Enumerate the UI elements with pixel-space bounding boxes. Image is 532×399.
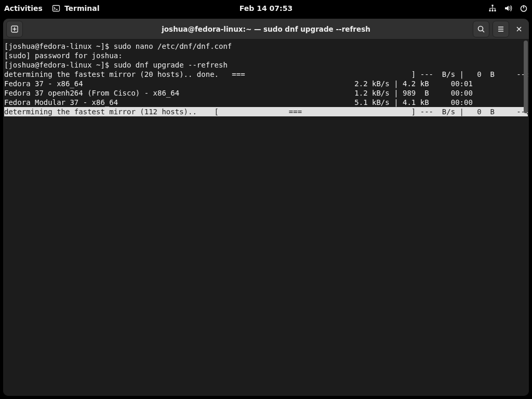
search-button[interactable] — [473, 21, 489, 37]
topbar-clock[interactable]: Feb 14 07:53 — [240, 4, 292, 12]
svg-line-9 — [483, 30, 485, 32]
scrollbar-thumb[interactable] — [524, 41, 528, 113]
svg-rect-1 — [492, 5, 494, 6]
terminal-line: Fedora Modular 37 - x86_64 5.1 kB/s | 4.… — [4, 98, 490, 107]
terminal-line: Fedora 37 - x86_64 2.2 kB/s | 4.2 kB 00:… — [4, 79, 490, 88]
terminal-scrollbar[interactable] — [523, 39, 529, 396]
window-title: joshua@fedora-linux:~ — sudo dnf upgrade… — [162, 25, 370, 33]
volume-icon[interactable] — [504, 4, 512, 12]
svg-rect-4 — [495, 10, 496, 11]
close-icon — [515, 25, 523, 33]
hamburger-icon — [497, 25, 505, 33]
svg-rect-0 — [52, 6, 59, 11]
terminal-content[interactable]: [joshua@fedora-linux ~]$ sudo nano /etc/… — [3, 39, 529, 396]
terminal-line: determining the fastest mirror (20 hosts… — [4, 70, 529, 78]
network-icon[interactable] — [488, 4, 497, 12]
close-button[interactable] — [512, 22, 526, 36]
terminal-window: joshua@fedora-linux:~ — sudo dnf upgrade… — [3, 19, 529, 396]
svg-rect-2 — [489, 10, 491, 11]
svg-rect-3 — [492, 10, 494, 11]
terminal-line: [joshua@fedora-linux ~]$ sudo nano /etc/… — [4, 42, 232, 50]
terminal-line: Fedora 37 openh264 (From Cisco) - x86_64… — [4, 89, 490, 97]
topbar-app-menu[interactable]: Terminal — [52, 4, 100, 12]
terminal-line-active: determining the fastest mirror (112 host… — [4, 107, 528, 116]
gnome-topbar: Activities Terminal Feb 14 07:53 — [0, 0, 532, 17]
new-tab-button[interactable] — [6, 21, 23, 37]
window-headerbar: joshua@fedora-linux:~ — sudo dnf upgrade… — [3, 19, 529, 39]
svg-point-8 — [478, 26, 483, 31]
power-icon[interactable] — [520, 4, 528, 12]
search-icon — [477, 25, 485, 33]
terminal-line: [joshua@fedora-linux ~]$ sudo dnf upgrad… — [4, 61, 228, 69]
hamburger-menu-button[interactable] — [493, 21, 509, 37]
plus-icon — [10, 25, 19, 33]
activities-button[interactable]: Activities — [4, 4, 43, 12]
topbar-app-label: Terminal — [64, 4, 100, 12]
terminal-line: [sudo] password for joshua: — [4, 51, 127, 60]
terminal-icon — [52, 4, 60, 12]
